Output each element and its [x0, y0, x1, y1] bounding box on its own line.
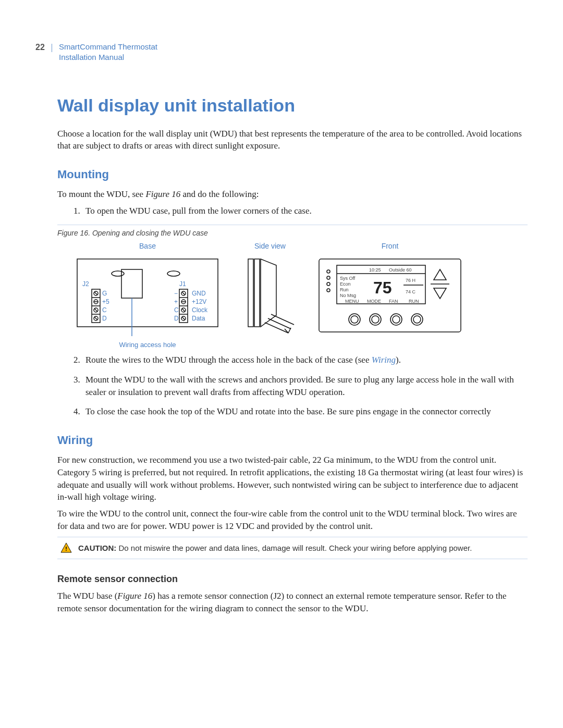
figure-base-svg: J2 G +5 C D J1 − — [72, 254, 223, 337]
svg-point-24 — [112, 271, 124, 276]
remote-heading: Remote sensor connection — [57, 573, 528, 586]
figure-side-svg — [239, 254, 301, 337]
svg-text:Econ: Econ — [340, 281, 351, 287]
svg-text:GND: GND — [192, 290, 206, 297]
svg-point-54 — [327, 282, 330, 286]
figure-side-column: Side view — [239, 241, 301, 337]
svg-point-55 — [327, 289, 330, 292]
caution-box: ! CAUTION: Do not miswire the power and … — [57, 537, 528, 559]
svg-line-12 — [94, 309, 97, 312]
svg-line-31 — [182, 292, 185, 295]
warning-icon: ! — [60, 542, 72, 553]
svg-text:RUN: RUN — [409, 299, 419, 304]
figure-side-label: Side view — [254, 241, 286, 252]
mounting-steps-cont: Route the wires to the WDU through the a… — [82, 354, 528, 418]
svg-line-14 — [94, 317, 97, 320]
svg-point-80 — [393, 316, 400, 323]
svg-text:75: 75 — [373, 278, 392, 297]
doc-title-line1: SmartCommand Thermostat — [59, 42, 157, 52]
svg-text:+: + — [174, 298, 178, 305]
page-header: 22 | SmartCommand Thermostat Installatio… — [35, 42, 528, 62]
mounting-step-3: Mount the WDU to the wall with the screw… — [82, 374, 528, 399]
svg-text:C: C — [174, 306, 179, 314]
figure-row: Base J2 G +5 C D J1 — [72, 241, 528, 350]
svg-line-37 — [182, 317, 185, 320]
svg-text:Data: Data — [192, 315, 205, 322]
svg-text:74 C: 74 C — [406, 289, 416, 294]
mounting-heading: Mounting — [57, 167, 528, 183]
mounting-lead-figref: Figure 16 — [145, 189, 180, 199]
svg-text:−: − — [174, 290, 178, 297]
svg-text:!: ! — [65, 545, 67, 552]
svg-point-78 — [372, 316, 379, 323]
mounting-step-4: To close the case hook the top of the WD… — [82, 405, 528, 418]
svg-text:Clock: Clock — [192, 306, 208, 314]
svg-line-50 — [271, 314, 294, 325]
page-title: Wall display unit installation — [57, 93, 528, 118]
svg-text:FAN: FAN — [389, 299, 398, 304]
svg-point-82 — [413, 316, 421, 323]
svg-point-25 — [167, 271, 180, 276]
svg-text:Run: Run — [340, 287, 349, 292]
mounting-step-1: To open the WDU case, pull from the lowe… — [82, 205, 528, 217]
svg-point-76 — [351, 316, 358, 323]
svg-line-48 — [265, 323, 288, 333]
mounting-steps: To open the WDU case, pull from the lowe… — [82, 205, 528, 217]
intro-paragraph: Choose a location for the wall display u… — [57, 128, 528, 153]
svg-rect-1 — [121, 269, 142, 298]
mounting-lead: To mount the WDU, see Figure 16 and do t… — [57, 188, 528, 201]
figure-front-label: Front — [382, 241, 399, 252]
svg-text:76 H: 76 H — [406, 278, 415, 283]
wiring-heading: Wiring — [57, 433, 528, 449]
svg-text:D: D — [102, 315, 107, 322]
figure-front-svg: 10:25 Outside 60 Sys Off Econ Run No Msg… — [317, 254, 463, 337]
remote-figref: Figure 16 — [117, 591, 152, 601]
figure-base-column: Base J2 G +5 C D J1 — [72, 241, 223, 350]
svg-text:10:25: 10:25 — [369, 267, 381, 273]
caution-label: CAUTION: — [78, 544, 116, 552]
svg-line-8 — [94, 292, 97, 295]
mounting-lead-b: and do the following: — [180, 189, 259, 199]
wiring-p2: To wire the WDU to the control unit, con… — [57, 508, 528, 533]
svg-rect-47 — [254, 259, 260, 327]
svg-line-49 — [268, 318, 291, 329]
svg-text:MODE: MODE — [367, 299, 381, 304]
svg-text:D: D — [174, 315, 179, 322]
figure-rule-top — [57, 225, 528, 225]
mounting-step-2: Route the wires to the WDU through the a… — [82, 354, 528, 366]
svg-text:MENU: MENU — [345, 299, 359, 304]
svg-text:Outside 60: Outside 60 — [389, 267, 412, 273]
svg-text:No Msg: No Msg — [340, 293, 356, 298]
caution-text: CAUTION: Do not miswire the power and da… — [78, 542, 472, 553]
wiring-link[interactable]: Wiring — [372, 355, 396, 365]
svg-text:C: C — [102, 306, 107, 314]
svg-text:G: G — [102, 290, 107, 297]
svg-point-53 — [327, 276, 330, 279]
header-divider: | — [51, 42, 53, 53]
svg-point-52 — [327, 270, 330, 273]
figure-access-label: Wiring access hole — [119, 340, 176, 350]
svg-text:+5: +5 — [102, 298, 109, 305]
svg-rect-46 — [248, 259, 253, 327]
wiring-p1: For new construction, we recommend you u… — [57, 454, 528, 503]
svg-text:Sys Off: Sys Off — [340, 276, 356, 281]
svg-text:+12V: +12V — [192, 298, 206, 305]
j1-label: J1 — [179, 280, 186, 288]
svg-line-35 — [182, 309, 185, 312]
mounting-lead-a: To mount the WDU, see — [57, 189, 145, 199]
doc-title-block: SmartCommand Thermostat Installation Man… — [59, 42, 157, 62]
figure-caption: Figure 16. Opening and closing the WDU c… — [57, 228, 528, 239]
figure-base-label: Base — [139, 241, 156, 252]
page-number: 22 — [35, 42, 45, 53]
remote-paragraph: The WDU base (Figure 16) has a remote se… — [57, 590, 528, 615]
figure-front-column: Front 10:25 Outside 60 Sys Off Econ Run … — [317, 241, 463, 337]
doc-title-line2: Installation Manual — [59, 52, 157, 63]
j2-label: J2 — [82, 280, 89, 288]
